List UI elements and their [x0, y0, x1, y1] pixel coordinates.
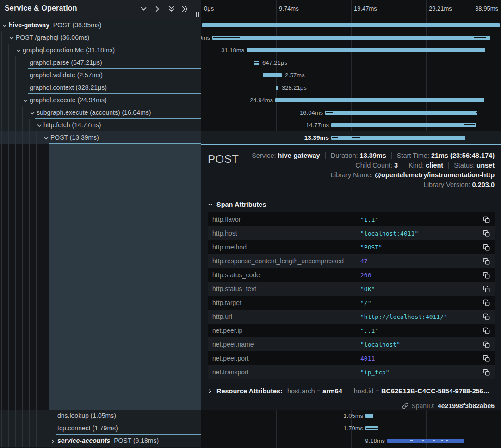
chevron-down-icon[interactable] — [9, 36, 14, 41]
copy-icon — [483, 272, 490, 279]
copy-attribute-button[interactable] — [483, 327, 490, 334]
span-tree-row[interactable]: subgraph.execute (accounts) (16.04ms) — [0, 106, 201, 119]
timeline-bar-row[interactable]: 36.06ms — [201, 31, 501, 44]
timeline-bar-row[interactable]: 2.57ms — [201, 69, 501, 81]
link-icon[interactable] — [402, 403, 408, 409]
span-duration-bar[interactable] — [331, 136, 465, 140]
copy-attribute-button[interactable] — [483, 244, 490, 251]
span-duration-bar[interactable] — [247, 48, 485, 52]
span-detail-expand-region — [0, 144, 201, 410]
span-toggle[interactable] — [9, 35, 14, 43]
chevron-down-icon[interactable] — [16, 48, 21, 54]
span-detail-meta: Service: hive-gatewayDuration: 13.39msSt… — [239, 150, 495, 191]
resource-attributes-toggle[interactable]: Resource Attributes: host.arch = arm64ho… — [208, 387, 495, 395]
copy-attribute-button[interactable] — [483, 230, 490, 237]
timeline-bar-row[interactable]: 647.21μs — [201, 56, 501, 69]
span-tree-row[interactable]: graphql.validate (2.57ms) — [0, 69, 201, 81]
indent-guide — [1, 410, 2, 422]
span-toggle[interactable] — [43, 135, 49, 143]
copy-attribute-button[interactable] — [483, 369, 490, 376]
span-attributes-table: http.flavor"1.1"http.host"localhost:4011… — [208, 212, 495, 379]
attribute-row: net.peer.port4011 — [208, 351, 495, 365]
timeline-bar-row[interactable]: 13.39ms — [201, 131, 501, 144]
span-label: tcp.connect (1.79ms) — [57, 422, 118, 434]
span-duration-bar[interactable] — [365, 414, 373, 418]
timeline-bar-row[interactable]: 1.05ms — [201, 410, 501, 422]
copy-icon — [483, 327, 490, 334]
span-toggle[interactable] — [2, 22, 7, 31]
timeline-bar-row[interactable]: 16.04ms — [201, 106, 501, 119]
span-toggle[interactable] — [37, 122, 42, 131]
span-tree-row[interactable]: POST /graphql (36.06ms) — [0, 31, 201, 44]
span-duration-bar[interactable] — [387, 439, 464, 443]
span-tree-row[interactable]: tcp.connect (1.79ms) — [0, 422, 201, 435]
timeline-bar-row[interactable]: 31.18ms — [201, 44, 501, 56]
copy-attribute-button[interactable] — [483, 216, 490, 223]
span-duration-bar[interactable] — [325, 111, 477, 115]
copy-attribute-button[interactable] — [483, 258, 490, 265]
span-tree-row[interactable]: dns.lookup (1.05ms) — [0, 410, 201, 422]
span-toggle[interactable] — [23, 97, 28, 106]
attribute-key: http.response_content_length_uncompresse… — [212, 257, 360, 265]
child-span-tick — [352, 137, 360, 138]
child-span-tick — [276, 100, 333, 100]
operation-name: POST (13.39ms) — [50, 134, 99, 141]
span-id-row: SpanID: 4e21998f3b82abe6 — [208, 402, 495, 410]
span-label: graphql.execute (24.94ms) — [30, 94, 107, 106]
child-span-tick — [433, 440, 435, 441]
timeline-bar-row[interactable]: 1.79ms — [201, 422, 501, 435]
span-tree-row[interactable]: graphql.context (328.21μs) — [0, 81, 201, 94]
collapse-all-icon[interactable] — [167, 5, 175, 13]
span-duration-bar[interactable] — [275, 98, 484, 102]
span-detail-expand-slate — [49, 144, 201, 410]
span-tree-row[interactable]: hive-gateway POST (38.95ms) — [0, 19, 201, 31]
span-tree-row[interactable]: POST (13.39ms) — [0, 131, 201, 144]
span-duration-bar[interactable] — [254, 61, 259, 65]
span-tree-row[interactable]: graphql.parse (647.21μs) — [0, 56, 201, 69]
attribute-value: "localhost:4011" — [360, 230, 418, 237]
copy-attribute-button[interactable] — [483, 313, 490, 320]
span-duration-bar[interactable] — [263, 73, 282, 77]
span-duration-bar[interactable] — [212, 36, 490, 40]
chevron-down-icon[interactable] — [23, 98, 28, 104]
timeline-bar-row[interactable]: 328.21μs — [201, 81, 501, 94]
timeline-ruler: 0μs9.74ms19.47ms29.21ms38.95ms — [201, 0, 501, 19]
copy-attribute-button[interactable] — [483, 341, 490, 348]
span-toggle[interactable] — [16, 47, 21, 56]
copy-attribute-button[interactable] — [483, 286, 490, 292]
span-toggle[interactable] — [30, 110, 35, 118]
chevron-down-icon[interactable] — [30, 111, 35, 116]
chevron-down-icon[interactable] — [37, 123, 42, 129]
copy-attribute-button[interactable] — [483, 272, 490, 279]
expand-all-icon[interactable] — [181, 5, 189, 13]
span-tree-row[interactable]: graphql.operation Me (31.18ms) — [0, 44, 201, 56]
chevron-right-icon[interactable] — [50, 439, 56, 444]
span-duration-bar[interactable] — [276, 86, 278, 90]
resource-attributes-pairs: host.arch = arm64host.id = BC62E13B-C4CC… — [287, 387, 489, 395]
timeline-bar-row[interactable]: 14.77ms — [201, 119, 501, 131]
timeline-bar-row[interactable]: 24.94ms — [201, 94, 501, 106]
collapse-one-icon[interactable] — [140, 5, 148, 13]
row-separator — [56, 447, 201, 447]
span-duration-bar[interactable] — [365, 426, 378, 430]
chevron-down-icon[interactable] — [43, 136, 49, 141]
span-duration-bar[interactable] — [202, 23, 500, 27]
span-tree-row[interactable]: graphql.execute (24.94ms) — [0, 94, 201, 106]
expand-one-icon[interactable] — [154, 5, 161, 13]
span-meta-item: Kind: client — [403, 162, 443, 169]
column-resizer-handle[interactable] — [196, 12, 199, 17]
attribute-key: http.flavor — [212, 216, 360, 223]
span-label: hive-gateway POST (38.95ms) — [9, 19, 102, 31]
span-tree-row[interactable]: http.fetch (14.77ms) — [0, 119, 201, 131]
attribute-row: http.target"/" — [208, 296, 495, 310]
copy-attribute-button[interactable] — [483, 299, 490, 306]
copy-attribute-button[interactable] — [483, 355, 490, 362]
timeline-tick-label: 0μs — [204, 5, 214, 12]
span-tree-row[interactable]: service-accounts POST (9.18ms) — [0, 435, 201, 447]
timeline-bar-row[interactable]: 9.18ms — [201, 435, 501, 447]
span-duration-bar[interactable] — [331, 123, 476, 127]
timeline-bar-row[interactable]: 38.95ms — [201, 19, 501, 31]
span-toggle[interactable] — [50, 438, 56, 446]
chevron-down-icon[interactable] — [2, 23, 7, 29]
span-attributes-toggle[interactable]: Span Attributes — [208, 201, 495, 208]
